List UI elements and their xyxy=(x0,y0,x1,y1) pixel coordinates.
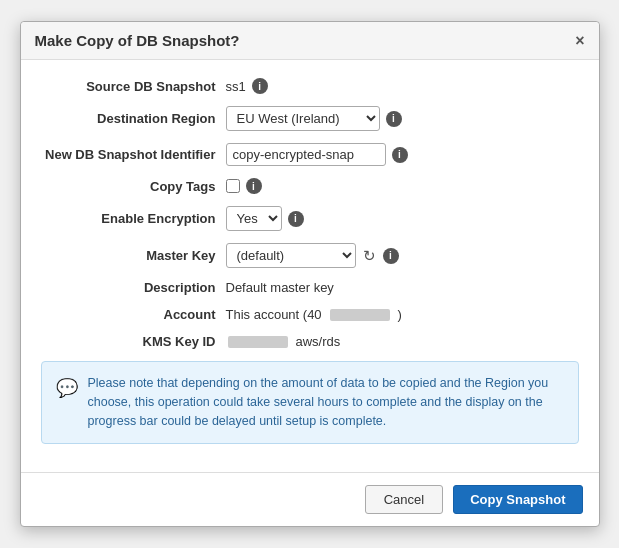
account-blurred xyxy=(330,309,390,321)
master-key-label: Master Key xyxy=(41,248,226,263)
kms-blurred xyxy=(228,336,288,348)
cancel-button[interactable]: Cancel xyxy=(365,485,443,514)
snapshot-id-input[interactable] xyxy=(226,143,386,166)
snapshot-id-row: New DB Snapshot Identifier i xyxy=(41,143,579,166)
encryption-value: Yes No i xyxy=(226,206,304,231)
destination-region-select[interactable]: EU West (Ireland) US East (N. Virginia) … xyxy=(226,106,380,131)
close-button[interactable]: × xyxy=(575,33,584,49)
kms-key-label: KMS Key ID xyxy=(41,334,226,349)
master-key-row: Master Key (default) ↻ i xyxy=(41,243,579,268)
info-box: 💬 Please note that depending on the amou… xyxy=(41,361,579,443)
master-key-value: (default) ↻ i xyxy=(226,243,399,268)
dialog-header: Make Copy of DB Snapshot? × xyxy=(21,22,599,60)
encryption-label: Enable Encryption xyxy=(41,211,226,226)
account-label: Account xyxy=(41,307,226,322)
snapshot-id-info-icon[interactable]: i xyxy=(392,147,408,163)
destination-info-icon[interactable]: i xyxy=(386,111,402,127)
account-value: This account (40 ) xyxy=(226,307,402,322)
kms-key-row: KMS Key ID aws/rds xyxy=(41,334,579,349)
dialog-footer: Cancel Copy Snapshot xyxy=(21,472,599,526)
kms-key-value: aws/rds xyxy=(226,334,341,349)
description-row: Description Default master key xyxy=(41,280,579,295)
destination-region-row: Destination Region EU West (Ireland) US … xyxy=(41,106,579,131)
encryption-select[interactable]: Yes No xyxy=(226,206,282,231)
copy-snapshot-button[interactable]: Copy Snapshot xyxy=(453,485,582,514)
copy-tags-row: Copy Tags i xyxy=(41,178,579,194)
description-label: Description xyxy=(41,280,226,295)
source-snapshot-value: ss1 i xyxy=(226,78,268,94)
dialog-body: Source DB Snapshot ss1 i Destination Reg… xyxy=(21,60,599,471)
encryption-info-icon[interactable]: i xyxy=(288,211,304,227)
snapshot-id-label: New DB Snapshot Identifier xyxy=(41,147,226,162)
description-value: Default master key xyxy=(226,280,334,295)
master-key-select[interactable]: (default) xyxy=(226,243,356,268)
destination-region-value: EU West (Ireland) US East (N. Virginia) … xyxy=(226,106,402,131)
info-box-text: Please note that depending on the amount… xyxy=(88,374,564,430)
master-key-info-icon[interactable]: i xyxy=(383,248,399,264)
refresh-button[interactable]: ↻ xyxy=(361,247,378,265)
snapshot-id-value: i xyxy=(226,143,408,166)
encryption-row: Enable Encryption Yes No i xyxy=(41,206,579,231)
source-info-icon[interactable]: i xyxy=(252,78,268,94)
copy-tags-label: Copy Tags xyxy=(41,179,226,194)
copy-tags-info-icon[interactable]: i xyxy=(246,178,262,194)
copy-tags-value: i xyxy=(226,178,262,194)
chat-icon: 💬 xyxy=(56,375,78,402)
dialog: Make Copy of DB Snapshot? × Source DB Sn… xyxy=(20,21,600,526)
destination-region-label: Destination Region xyxy=(41,111,226,126)
dialog-title: Make Copy of DB Snapshot? xyxy=(35,32,240,49)
source-snapshot-row: Source DB Snapshot ss1 i xyxy=(41,78,579,94)
copy-tags-checkbox[interactable] xyxy=(226,179,240,193)
source-snapshot-label: Source DB Snapshot xyxy=(41,79,226,94)
account-row: Account This account (40 ) xyxy=(41,307,579,322)
